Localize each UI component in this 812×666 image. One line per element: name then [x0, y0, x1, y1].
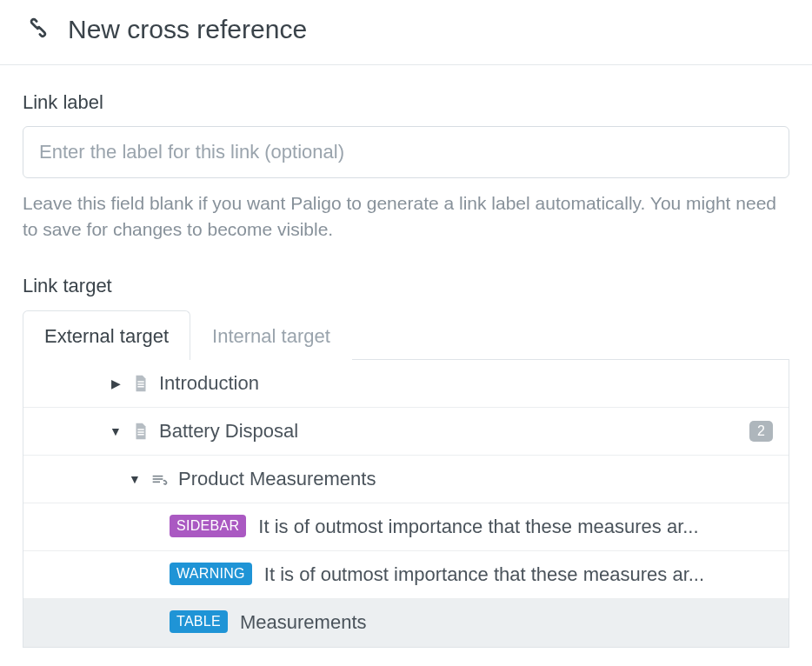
disclosure-closed-icon[interactable]: ▶: [109, 376, 123, 390]
link-icon: [24, 14, 52, 45]
link-label-help: Leave this field blank if you want Palig…: [23, 190, 789, 243]
tree-item-label: Battery Disposal: [159, 420, 741, 443]
section-link-icon: [150, 469, 170, 490]
link-target-heading: Link target: [23, 275, 789, 297]
tree-item-label: It is of outmost importance that these m…: [264, 563, 773, 586]
svg-rect-2: [153, 481, 160, 483]
tree-item-label: Measurements: [240, 611, 773, 634]
tree-item-warning-element[interactable]: WARNING It is of outmost importance that…: [23, 551, 789, 599]
dialog-title: New cross reference: [68, 15, 307, 44]
tab-external-target[interactable]: External target: [23, 310, 190, 360]
tree-item-label: Product Measurements: [178, 468, 773, 490]
svg-rect-0: [153, 476, 163, 477]
disclosure-open-icon[interactable]: ▼: [128, 472, 142, 486]
tree-item-introduction[interactable]: ▶ Introduction: [23, 360, 789, 408]
document-icon: [131, 373, 150, 394]
tree-item-product-measurements[interactable]: ▼ Product Measurements: [23, 456, 789, 503]
target-tree: ▶ Introduction ▼ Battery Disposal 2 ▼ Pr…: [23, 359, 789, 648]
element-type-badge: TABLE: [170, 610, 228, 633]
element-type-badge: WARNING: [170, 563, 252, 585]
document-icon: [131, 421, 150, 442]
count-badge: 2: [749, 421, 773, 442]
element-type-badge: SIDEBAR: [170, 515, 246, 537]
tree-item-label: It is of outmost importance that these m…: [258, 516, 773, 538]
tab-internal-target[interactable]: Internal target: [190, 310, 352, 360]
tree-item-table-element[interactable]: TABLE Measurements: [23, 599, 789, 647]
disclosure-open-icon[interactable]: ▼: [109, 424, 123, 438]
tree-item-battery-disposal[interactable]: ▼ Battery Disposal 2: [23, 408, 789, 456]
target-tabs: External target Internal target: [23, 310, 789, 359]
svg-rect-1: [153, 478, 163, 480]
link-label-heading: Link label: [23, 91, 789, 114]
tree-item-label: Introduction: [159, 372, 773, 395]
dialog-header: New cross reference: [0, 0, 812, 65]
tree-item-sidebar-element[interactable]: SIDEBAR It is of outmost importance that…: [23, 503, 789, 551]
link-label-input[interactable]: [23, 126, 789, 178]
